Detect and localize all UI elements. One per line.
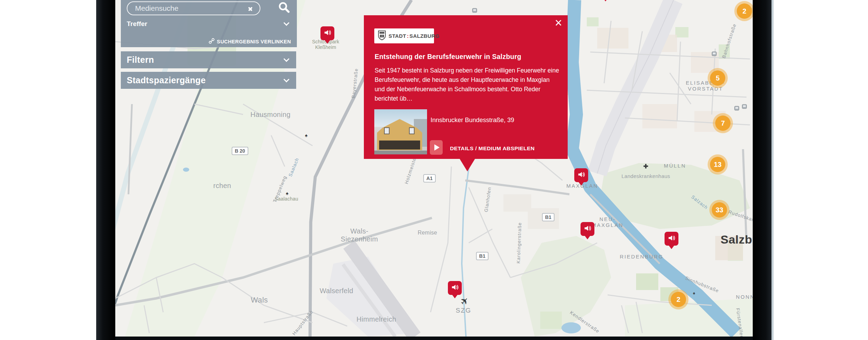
play-icon: [434, 144, 440, 151]
filters-section-label: Filtern: [127, 55, 154, 65]
tree-icon: ♠: [305, 133, 307, 138]
cluster-count: 2: [737, 3, 752, 19]
place-label-szg-airport: SZG: [456, 307, 471, 314]
stadt-salzburg-logo: STADT:SALZBURG: [374, 28, 434, 43]
road-badge-b20: B 20: [232, 147, 248, 155]
popup-description: Seit 1947 besteht in Salzburg neben der …: [375, 66, 560, 103]
search-input[interactable]: [135, 3, 239, 14]
page-background: Hausmoning Siezenheim Wals- Siezenheim R…: [0, 0, 868, 340]
road-badge-b1-west: B1: [476, 252, 489, 260]
audio-marker-maxglan[interactable]: [574, 168, 588, 182]
peak-icon: ♠: [693, 291, 695, 296]
speaker-icon: [577, 171, 585, 180]
popup-title: Entstehung der Berufsfeuerwehr in Salzbu…: [375, 53, 559, 61]
cluster-count: 33: [712, 202, 727, 218]
place-label-wals: Wals: [251, 296, 268, 305]
place-label-muelln: MÜLLN: [664, 163, 686, 169]
link-search-result-button[interactable]: SUCHERGEBNIS VERLINKEN: [209, 38, 291, 45]
audio-marker-riedenburg[interactable]: [665, 232, 678, 246]
place-label-riedenburg: RIEDENBURG: [620, 254, 663, 260]
audio-marker-airport[interactable]: [448, 281, 462, 295]
speaker-icon: [584, 224, 591, 233]
cluster-marker[interactable]: 7: [713, 113, 733, 133]
rail-station-icon: [712, 52, 717, 56]
audio-marker-klessheim[interactable]: [320, 26, 334, 40]
results-section-header: Treffer: [127, 20, 147, 28]
place-label-nonntal: NONNTAL: [736, 294, 753, 300]
road-badge-a1-south: A1: [423, 174, 436, 182]
chevron-down-icon: [284, 77, 290, 83]
place-label-landeskrankenhaus: Landeskrankenhaus: [621, 173, 670, 179]
filters-section-bar[interactable]: Filtern: [121, 51, 296, 68]
popup-address: Innsbrucker Bundesstraße, 39: [431, 117, 514, 124]
brand-salzburg: SALZBURG: [409, 33, 440, 39]
city-walks-section-bar[interactable]: Stadtspaziergänge: [121, 72, 296, 89]
cluster-marker[interactable]: 2: [734, 1, 753, 21]
brand-stadt: STADT: [389, 33, 406, 39]
road-badge-b1-east: B1: [542, 213, 554, 221]
tree-icon: ♠: [286, 190, 288, 196]
speaker-icon: [668, 234, 675, 243]
tablet-left-bezel: [96, 0, 115, 340]
cluster-marker[interactable]: 13: [708, 154, 728, 175]
place-label-wals-siezenheim: Wals- Siezenheim: [341, 227, 378, 243]
city-walks-section-label: Stadtspaziergänge: [127, 75, 206, 85]
search-panel: Treffer SUCHERGEBNIS VERLINKEN: [121, 0, 297, 47]
media-thumbnail[interactable]: [374, 109, 427, 154]
cluster-count: 5: [710, 70, 725, 86]
chevron-down-icon[interactable]: [284, 20, 290, 26]
rail-station-icon: [734, 106, 739, 111]
cluster-count: 2: [671, 292, 686, 307]
audio-marker-neu-maxglan[interactable]: [581, 222, 594, 236]
search-field-wrapper: [127, 1, 260, 15]
media-popup: × STADT:SALZBURG Entstehung der Berufsfe…: [364, 15, 568, 159]
place-label-partial-rchen: rchen: [213, 182, 231, 190]
link-search-result-label: SUCHERGEBNIS VERLINKEN: [217, 39, 291, 44]
place-label-remise: Remise: [418, 230, 437, 236]
speaker-icon: [324, 29, 331, 38]
speaker-icon: [451, 283, 459, 292]
cluster-count: 13: [710, 157, 725, 172]
place-label-neu-maxglan: NEU- MAXGLAN: [592, 216, 624, 228]
place-label-walserfeld: Walserfeld: [320, 287, 353, 295]
place-label-himmelreich: Himmelreich: [357, 315, 396, 323]
rail-station-icon: [472, 8, 477, 13]
search-icon[interactable]: [278, 1, 290, 15]
place-label-hausmoning: Hausmoning: [250, 111, 290, 119]
cluster-marker[interactable]: 2: [668, 289, 688, 309]
chain-link-icon: [209, 38, 215, 45]
brand-colon: :: [406, 33, 409, 39]
place-label-salzburg: Salzburg: [720, 233, 753, 246]
cluster-marker[interactable]: 33: [709, 200, 729, 220]
tablet-edge-highlight: [771, 0, 774, 340]
tablet-right-bezel: [753, 0, 771, 340]
play-button[interactable]: [430, 140, 443, 155]
details-play-medium-button[interactable]: DETAILS / MEDIUM ABSPIELEN: [450, 145, 535, 152]
cluster-marker[interactable]: 5: [708, 68, 728, 88]
hospital-cross-icon: [643, 164, 649, 170]
rail-station-icon: [742, 104, 747, 109]
tablet-bottom-bezel: [115, 337, 753, 340]
chevron-down-icon: [284, 56, 290, 62]
popup-tail: [460, 159, 475, 179]
close-icon[interactable]: ×: [555, 17, 562, 29]
coat-of-arms-icon: [378, 30, 386, 42]
cluster-count: 7: [715, 116, 731, 131]
clear-search-icon[interactable]: [248, 6, 253, 11]
